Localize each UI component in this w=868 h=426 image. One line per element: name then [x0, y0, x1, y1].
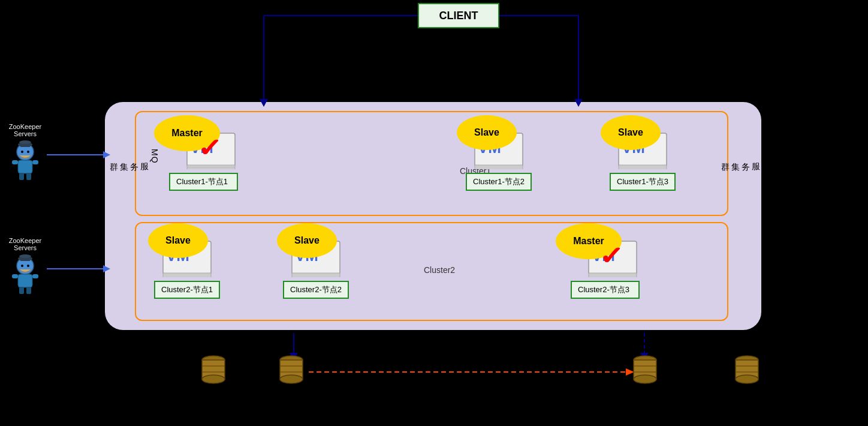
svg-rect-22 — [18, 160, 32, 173]
zookeeper-top-icon — [7, 140, 43, 182]
database-3 — [632, 354, 658, 387]
database-2 — [279, 354, 304, 387]
db-icon-1 — [201, 354, 226, 387]
svg-point-74 — [736, 375, 758, 383]
svg-rect-26 — [32, 160, 38, 164]
main-container: Cluster1 Master ✓ VM Cluster1-节点1 Slave — [105, 102, 761, 330]
zookeeper-bottom: ZooKeeperServers — [7, 237, 43, 296]
cluster2-node3: Master ✓ VM Cluster2-节点3 — [568, 232, 640, 299]
cluster1-node1: Master ✓ VM Cluster1-节点1 — [166, 124, 238, 191]
client-box: CLIENT — [418, 3, 499, 28]
db-icon-4 — [734, 354, 760, 387]
svg-rect-36 — [12, 274, 18, 278]
cluster1-node1-check: ✓ — [197, 133, 222, 163]
zookeeper-top-label: ZooKeeperServers — [9, 123, 41, 137]
svg-point-20 — [21, 151, 23, 153]
zookeeper-top: ZooKeeperServers — [7, 123, 43, 182]
cluster2-node1-role: Slave — [148, 223, 208, 258]
svg-point-69 — [634, 375, 656, 383]
cluster2-label: Cluster2 — [424, 265, 455, 275]
svg-rect-56 — [589, 273, 637, 277]
svg-point-21 — [27, 151, 29, 153]
cluster1-node3-role: Slave — [601, 115, 661, 150]
db-icon-2 — [279, 354, 304, 387]
svg-point-64 — [280, 375, 303, 383]
svg-rect-37 — [32, 274, 38, 278]
svg-rect-23 — [19, 173, 24, 180]
cluster2-box: Cluster2 Slave VM Cluster2-节点1 Slave VM — [135, 222, 728, 321]
svg-rect-53 — [292, 273, 340, 277]
client-label: CLIENT — [439, 10, 478, 22]
svg-rect-35 — [26, 287, 31, 294]
cluster1-node2: Slave VM Cluster1-节点2 — [466, 124, 532, 191]
svg-point-30 — [19, 254, 31, 258]
cluster2-node1-label: Cluster2-节点1 — [154, 281, 220, 299]
svg-rect-40 — [187, 165, 235, 169]
cluster2-node3-check: ✓ — [599, 241, 624, 271]
zookeeper-bottom-label: ZooKeeperServers — [9, 237, 41, 251]
svg-rect-25 — [12, 160, 18, 164]
zookeeper-bottom-icon — [7, 254, 43, 296]
cluster1-node2-role: Slave — [457, 115, 517, 150]
svg-point-59 — [202, 375, 225, 383]
cluster1-node2-label: Cluster1-节点2 — [466, 173, 532, 191]
cluster1-node1-label: Cluster1-节点1 — [169, 173, 238, 191]
cluster2-node3-label: Cluster2-节点3 — [571, 281, 640, 299]
svg-point-31 — [21, 265, 23, 267]
cluster2-node1: Slave VM Cluster2-节点1 — [154, 232, 220, 299]
cluster2-node2-role: Slave — [277, 223, 337, 258]
database-4 — [734, 354, 760, 387]
cluster1-node3: Slave VM Cluster1-节点3 — [610, 124, 676, 191]
mq-label-left: MQ服务集群 — [109, 149, 159, 164]
svg-point-19 — [19, 140, 31, 144]
svg-rect-44 — [475, 165, 523, 169]
database-1 — [201, 354, 226, 387]
db-icon-3 — [632, 354, 658, 387]
svg-rect-34 — [19, 287, 24, 294]
cluster2-node2: Slave VM Cluster2-节点2 — [283, 232, 349, 299]
svg-point-32 — [27, 265, 29, 267]
svg-rect-47 — [619, 165, 667, 169]
cluster1-box: Cluster1 Master ✓ VM Cluster1-节点1 Slave — [135, 111, 728, 216]
svg-rect-24 — [26, 173, 31, 180]
mq-label-right: MQ服务集群 — [721, 149, 771, 164]
cluster1-node3-label: Cluster1-节点3 — [610, 173, 676, 191]
svg-rect-50 — [163, 273, 211, 277]
svg-rect-33 — [18, 274, 32, 287]
cluster2-node2-label: Cluster2-节点2 — [283, 281, 349, 299]
